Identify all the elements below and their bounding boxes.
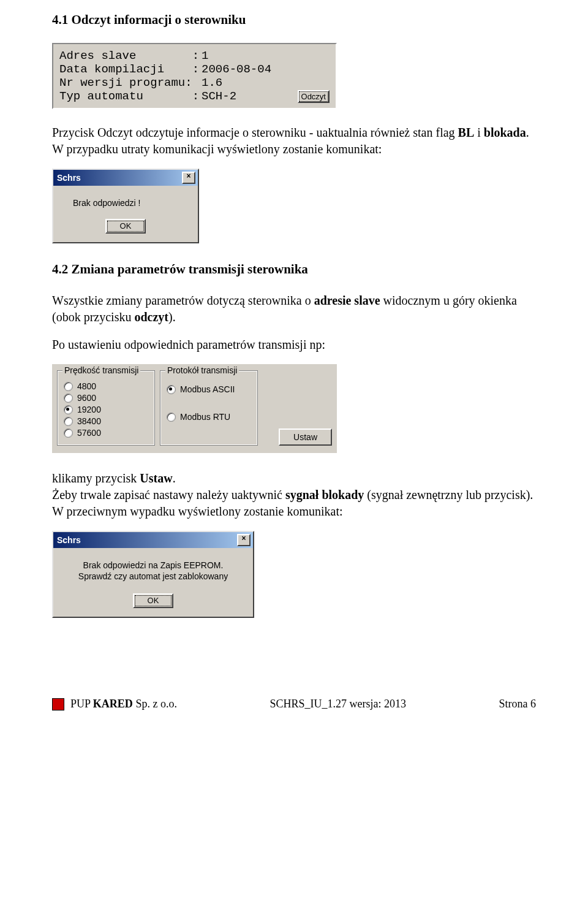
radio-icon bbox=[64, 394, 73, 403]
dialog-message-line2: Sprawdź czy automat jest zablokowany bbox=[62, 571, 244, 581]
text: PUP bbox=[70, 698, 93, 710]
radio-label: 57600 bbox=[77, 428, 101, 438]
radio-icon bbox=[167, 413, 176, 422]
radio-9600[interactable]: 9600 bbox=[64, 393, 148, 403]
read-button[interactable]: Odczyt bbox=[298, 90, 330, 103]
table-row: Typ automatu : SCH-2 bbox=[59, 89, 271, 103]
paragraph-blokada: Żeby trwale zapisać nastawy należy uakty… bbox=[52, 487, 536, 520]
groupbox-legend-protocol: Protokół transmisji bbox=[165, 365, 239, 375]
paragraph-4-2-a: Wszystkie zmiany parametrów dotyczą ster… bbox=[52, 292, 536, 326]
error-dialog-no-response: Schrs × Brak odpowiedzi ! OK bbox=[52, 169, 199, 243]
bold-sygnal-blokady: sygnał blokady bbox=[285, 488, 364, 501]
dialog-titlebar: Schrs × bbox=[53, 170, 198, 186]
info-key: Data kompilacji : bbox=[59, 63, 199, 76]
radio-icon bbox=[167, 385, 176, 394]
company-name: PUP KARED Sp. z o.o. bbox=[70, 698, 177, 710]
info-key: Typ automatu : bbox=[59, 89, 199, 103]
controller-info-panel: Adres slave : 1 Data kompilacji : 2006-0… bbox=[52, 43, 337, 109]
info-val: 1 bbox=[199, 49, 271, 63]
radio-4800[interactable]: 4800 bbox=[64, 381, 148, 391]
radio-19200[interactable]: 19200 bbox=[64, 405, 148, 414]
text: Wszystkie zmiany parametrów dotyczą ster… bbox=[52, 294, 314, 307]
groupbox-legend-speed: Prędkość transmisji bbox=[62, 365, 140, 375]
ok-button[interactable]: OK bbox=[105, 219, 146, 234]
text: Przycisk Odczyt odczytuje informacje o s… bbox=[52, 126, 458, 139]
radio-38400[interactable]: 38400 bbox=[64, 416, 148, 426]
paragraph-4-2-b: Po ustawieniu odpowiednich parametrów tr… bbox=[52, 337, 536, 353]
heading-4-1: 4.1 Odczyt informacji o sterowniku bbox=[52, 12, 536, 28]
bold-bl: BL bbox=[458, 126, 475, 139]
footer-center: SCHRS_IU_1.27 wersja: 2013 bbox=[270, 698, 406, 710]
bold-adresie-slave: adresie slave bbox=[314, 294, 380, 307]
radio-label: 38400 bbox=[77, 416, 101, 426]
text: ). bbox=[168, 310, 176, 324]
bold-odczyt: odczyt bbox=[134, 310, 168, 324]
ok-button[interactable]: OK bbox=[133, 593, 174, 608]
radio-label: 19200 bbox=[77, 405, 101, 414]
radio-modbus-rtu[interactable]: Modbus RTU bbox=[167, 412, 251, 422]
paragraph-4-1: Przycisk Odczyt odczytuje informacje o s… bbox=[52, 124, 536, 158]
text: Sp. z o.o. bbox=[133, 698, 177, 710]
table-row: Data kompilacji : 2006-08-04 bbox=[59, 63, 271, 76]
text: . bbox=[173, 471, 176, 485]
info-val: 1.6 bbox=[199, 76, 271, 89]
dialog-message-line1: Brak odpowiedzi na Zapis EEPROM. bbox=[62, 560, 244, 570]
radio-label: Modbus RTU bbox=[180, 412, 230, 422]
radio-icon bbox=[64, 428, 73, 438]
radio-label: Modbus ASCII bbox=[180, 384, 235, 394]
radio-label: 4800 bbox=[77, 381, 96, 391]
set-button[interactable]: Ustaw bbox=[279, 428, 332, 446]
table-row: Nr wersji programu: 1.6 bbox=[59, 76, 271, 89]
company-logo-icon bbox=[52, 698, 64, 710]
text: i bbox=[474, 126, 484, 139]
info-key: Adres slave : bbox=[59, 49, 199, 63]
bold-kared: KARED bbox=[93, 698, 133, 710]
radio-57600[interactable]: 57600 bbox=[64, 428, 148, 438]
radio-icon bbox=[64, 382, 73, 391]
paragraph-click-ustaw: klikamy przycisk Ustaw. bbox=[52, 470, 536, 487]
close-icon[interactable]: × bbox=[237, 534, 251, 546]
text: klikamy przycisk bbox=[52, 471, 140, 485]
info-val: SCH-2 bbox=[199, 89, 271, 103]
groupbox-speed: Prędkość transmisji 4800 9600 19200 3840… bbox=[57, 370, 155, 446]
heading-4-2: 4.2 Zmiana parametrów transmisji sterown… bbox=[52, 262, 536, 277]
radio-icon bbox=[64, 405, 73, 414]
info-val: 2006-08-04 bbox=[199, 63, 271, 76]
error-dialog-eeprom: Schrs × Brak odpowiedzi na Zapis EEPROM.… bbox=[52, 531, 254, 618]
bold-ustaw: Ustaw bbox=[140, 471, 172, 485]
transmission-params-panel: Prędkość transmisji 4800 9600 19200 3840… bbox=[52, 364, 337, 453]
page-number: Strona 6 bbox=[499, 698, 536, 710]
text: Żeby trwale zapisać nastawy należy uakty… bbox=[52, 488, 285, 501]
dialog-title: Schrs bbox=[57, 173, 81, 183]
info-table: Adres slave : 1 Data kompilacji : 2006-0… bbox=[59, 49, 271, 103]
groupbox-protocol: Protokół transmisji Modbus ASCII Modbus … bbox=[160, 370, 258, 446]
radio-modbus-ascii[interactable]: Modbus ASCII bbox=[167, 384, 251, 394]
table-row: Adres slave : 1 bbox=[59, 49, 271, 63]
dialog-titlebar: Schrs × bbox=[53, 532, 253, 548]
info-key: Nr wersji programu: bbox=[59, 76, 199, 89]
dialog-title: Schrs bbox=[57, 535, 81, 545]
bold-blokada: blokada bbox=[484, 126, 526, 139]
close-icon[interactable]: × bbox=[182, 172, 195, 184]
page-footer: PUP KARED Sp. z o.o. SCHRS_IU_1.27 wersj… bbox=[52, 698, 536, 710]
radio-icon bbox=[64, 417, 73, 426]
dialog-message: Brak odpowiedzi ! bbox=[73, 198, 189, 208]
radio-label: 9600 bbox=[77, 393, 96, 403]
